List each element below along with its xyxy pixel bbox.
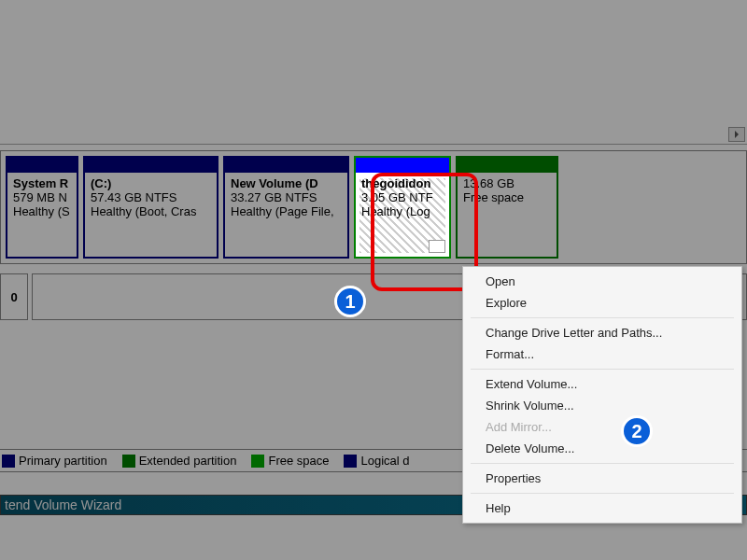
menu-format[interactable]: Format... <box>463 343 741 365</box>
menu-extend-volume[interactable]: Extend Volume... <box>463 373 741 395</box>
menu-add-mirror: Add Mirror... <box>463 416 741 438</box>
legend-logical: Logical d <box>344 454 409 468</box>
volume-size: 57.43 GB NTFS <box>91 190 211 204</box>
resize-handle[interactable] <box>429 240 445 253</box>
menu-separator <box>471 369 734 370</box>
legend-label: Primary partition <box>19 454 107 468</box>
swatch-logical <box>344 455 357 468</box>
menu-explore[interactable]: Explore <box>463 292 741 314</box>
volume-status: Healthy (Page File, <box>231 204 342 218</box>
volume-size: 13.68 GB <box>463 176 551 190</box>
volume-status: Healthy (Log <box>361 204 444 218</box>
volume-size: 579 MB N <box>13 190 71 204</box>
menu-help[interactable]: Help <box>463 497 741 519</box>
swatch-free <box>251 455 264 468</box>
volume-status: Healthy (S <box>13 204 71 218</box>
legend-extended: Extended partition <box>122 454 237 468</box>
volume-title: New Volume (D <box>231 176 342 190</box>
volume-title: (C:) <box>91 176 211 190</box>
legend-label: Logical d <box>360 454 409 468</box>
volume-thegoidi-selected[interactable]: thegoididon 3.05 GB NTF Healthy (Log <box>354 156 451 259</box>
volume-system-reserved[interactable]: System R 579 MB N Healthy (S <box>6 156 78 259</box>
legend-label: Free space <box>268 454 329 468</box>
menu-shrink-volume[interactable]: Shrink Volume... <box>463 395 741 416</box>
volume-title: thegoididon <box>361 176 444 190</box>
legend-free: Free space <box>251 454 329 468</box>
context-menu: Open Explore Change Drive Letter and Pat… <box>462 266 742 524</box>
volume-free-space[interactable]: 13.68 GB Free space <box>456 156 558 259</box>
scroll-right-button[interactable] <box>728 127 745 142</box>
volume-status: Free space <box>463 190 551 204</box>
legend-primary: Primary partition <box>2 454 107 468</box>
volume-size: 3.05 GB NTF <box>361 190 444 204</box>
menu-delete-volume[interactable]: Delete Volume... <box>463 438 741 459</box>
menu-open[interactable]: Open <box>463 271 741 292</box>
disk-0-row: System R 579 MB N Healthy (S (C:) 57.43 … <box>0 145 747 270</box>
callout-1-badge: 1 <box>334 286 366 317</box>
swatch-extended <box>122 455 135 468</box>
menu-properties[interactable]: Properties <box>463 468 741 489</box>
volume-list-panel <box>0 0 747 145</box>
menu-separator <box>471 493 734 494</box>
callout-2-badge: 2 <box>621 415 653 447</box>
volume-c-drive[interactable]: (C:) 57.43 GB NTFS Healthy (Boot, Cras <box>83 156 218 259</box>
swatch-primary <box>2 455 15 468</box>
menu-change-drive-letter[interactable]: Change Drive Letter and Paths... <box>463 322 741 343</box>
volume-title: System R <box>13 176 71 190</box>
volume-new-volume-d[interactable]: New Volume (D 33.27 GB NTFS Healthy (Pag… <box>223 156 349 259</box>
legend-label: Extended partition <box>139 454 237 468</box>
menu-separator <box>471 317 734 318</box>
disk-index-label: 0 <box>0 273 28 320</box>
volume-status: Healthy (Boot, Cras <box>91 204 211 218</box>
menu-separator <box>471 463 734 464</box>
volume-size: 33.27 GB NTFS <box>231 190 342 204</box>
